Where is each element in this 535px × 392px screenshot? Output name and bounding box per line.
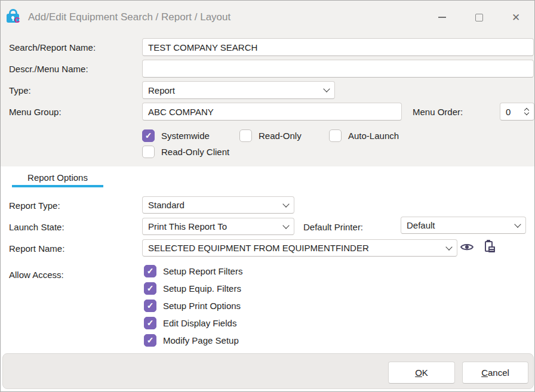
setup-print-options-checkbox[interactable]: ✓: [144, 300, 156, 312]
read-only-client-label: Read-Only Client: [161, 147, 229, 157]
preview-button[interactable]: [459, 239, 475, 255]
setup-equip-filters-checkbox[interactable]: ✓: [144, 282, 156, 295]
checkbox-setup-report-filters[interactable]: ✓ Setup Report Filters: [144, 264, 242, 277]
auto-launch-label: Auto-Launch: [348, 131, 399, 141]
default-printer-label: Default Printer:: [303, 218, 363, 236]
report-type-dropdown[interactable]: Standard: [142, 196, 294, 214]
window-controls: ✕: [423, 1, 534, 34]
check-icon: ✓: [147, 284, 154, 292]
check-icon: ✓: [147, 301, 154, 310]
menu-order-value: 0: [506, 107, 511, 117]
checkbox-read-only[interactable]: ✓ Read-Only: [239, 129, 302, 142]
stepper-arrows-icon[interactable]: [525, 109, 528, 115]
copy-report-button[interactable]: [482, 238, 497, 254]
brand-c-icon: c: [14, 14, 20, 26]
modify-page-setup-checkbox[interactable]: ✓: [144, 334, 156, 347]
footer-bar: OK Cancel: [2, 353, 534, 389]
close-icon: ✕: [512, 13, 520, 23]
edit-display-fields-checkbox[interactable]: ✓: [144, 317, 156, 329]
check-icon: ✓: [147, 267, 154, 275]
systemwide-label: Systemwide: [161, 131, 210, 141]
dialog-window: c Add/Edit Equipment Search / Report / L…: [0, 0, 535, 392]
search-report-name-label: Search/Report Name:: [9, 38, 96, 56]
allow-access-label: Allow Access:: [9, 266, 64, 283]
minimize-button[interactable]: [423, 1, 460, 34]
type-value: Report: [148, 85, 175, 95]
launch-state-value: Print This Report To: [148, 221, 227, 232]
close-button[interactable]: ✕: [497, 1, 534, 34]
launch-state-dropdown[interactable]: Print This Report To: [142, 218, 294, 235]
maximize-button[interactable]: [460, 1, 497, 34]
clipboard-paste-icon: [485, 240, 495, 252]
read-only-checkbox[interactable]: ✓: [239, 129, 252, 142]
cancel-button[interactable]: Cancel: [462, 362, 528, 384]
app-lock-icon: c: [7, 8, 23, 26]
setup-report-filters-label: Setup Report Filters: [163, 266, 242, 276]
menu-order-label: Menu Order:: [413, 103, 463, 121]
chevron-down-icon: [514, 221, 521, 227]
read-only-client-checkbox[interactable]: ✓: [142, 146, 155, 158]
clipboard-clip-icon: [487, 240, 490, 242]
search-report-name-input[interactable]: TEST COMPANY SEARCH: [142, 38, 534, 56]
read-only-label: Read-Only: [259, 131, 302, 141]
checkbox-read-only-client[interactable]: ✓ Read-Only Client: [142, 145, 229, 158]
maximize-icon: [475, 14, 483, 21]
descr-menu-name-input[interactable]: [142, 60, 534, 78]
type-label: Type:: [9, 81, 31, 99]
chevron-down-icon: [282, 200, 289, 207]
window-title: Add/Edit Equipment Search / Report / Lay…: [28, 1, 230, 34]
checkbox-setup-equip-filters[interactable]: ✓ Setup Equip. Filters: [144, 282, 241, 295]
keyhole-stem-icon: [13, 18, 14, 21]
edit-display-fields-label: Edit Display Fields: [163, 318, 236, 328]
check-icon: ✓: [145, 131, 152, 140]
auto-launch-checkbox[interactable]: ✓: [329, 129, 342, 142]
setup-report-filters-checkbox[interactable]: ✓: [144, 265, 156, 277]
ok-button[interactable]: OK: [388, 362, 455, 384]
tab-strip: Report Options: [1, 166, 534, 190]
report-type-value: Standard: [148, 200, 185, 210]
title-bar: c Add/Edit Equipment Search / Report / L…: [1, 1, 534, 34]
checkbox-systemwide[interactable]: ✓ Systemwide: [142, 129, 210, 142]
checkbox-auto-launch[interactable]: ✓ Auto-Launch: [329, 129, 399, 142]
menu-group-input[interactable]: ABC COMPANY: [142, 103, 402, 121]
report-type-label: Report Type:: [9, 196, 60, 214]
checkbox-edit-display-fields[interactable]: ✓ Edit Display Fields: [144, 316, 236, 329]
checkbox-setup-print-options[interactable]: ✓ Setup Print Options: [144, 299, 241, 312]
modify-page-setup-label: Modify Page Setup: [163, 335, 239, 345]
minimize-icon: [438, 17, 446, 18]
report-name-value: SELECTED EQUIPMENT FROM EQUIPMENTFINDER: [148, 243, 369, 253]
setup-equip-filters-label: Setup Equip. Filters: [163, 283, 241, 294]
type-dropdown[interactable]: Report: [142, 81, 335, 99]
setup-print-options-label: Setup Print Options: [163, 301, 241, 311]
default-printer-value: Default: [407, 220, 435, 230]
checkbox-modify-page-setup[interactable]: ✓ Modify Page Setup: [144, 334, 239, 347]
menu-order-stepper[interactable]: 0: [500, 103, 534, 121]
menu-group-value: ABC COMPANY: [148, 107, 214, 117]
default-printer-dropdown[interactable]: Default: [401, 217, 526, 234]
menu-group-label: Menu Group:: [9, 103, 62, 121]
check-icon: ✓: [147, 319, 154, 327]
chevron-down-icon: [323, 85, 330, 92]
eye-icon: [460, 242, 474, 252]
chevron-down-icon: [282, 222, 289, 229]
clipboard-doc-icon: [488, 246, 495, 252]
search-report-name-value: TEST COMPANY SEARCH: [148, 42, 257, 53]
check-icon: ✓: [147, 336, 154, 344]
report-name-label: Report Name:: [9, 239, 64, 257]
report-name-dropdown[interactable]: SELECTED EQUIPMENT FROM EQUIPMENTFINDER: [142, 239, 457, 257]
chevron-down-icon: [445, 243, 452, 250]
descr-menu-name-label: Descr./Menu Name:: [9, 60, 88, 78]
launch-state-label: Launch State:: [9, 218, 64, 236]
systemwide-checkbox[interactable]: ✓: [142, 129, 155, 142]
active-tab-underline: [12, 185, 103, 187]
